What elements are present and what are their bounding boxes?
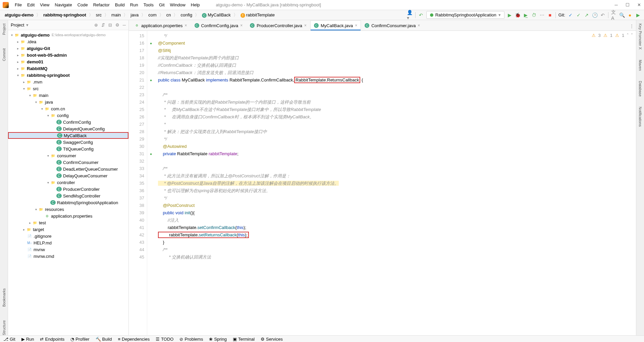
tool-dependencies[interactable]: ≡ Dependencies: [118, 337, 150, 342]
tree-root[interactable]: ▾📁atguigu-demoE:\idea-workspace\atguigu-…: [8, 32, 128, 38]
tree-ttl[interactable]: CTtlQueueConfig: [8, 146, 128, 152]
expand-all-icon[interactable]: ⇵: [101, 22, 105, 27]
menu-run[interactable]: Run: [127, 1, 141, 9]
run-config-selector[interactable]: RabbitmqSpringbootApplication ▾: [426, 11, 504, 19]
bc-com[interactable]: com: [147, 12, 158, 18]
close-tab-icon[interactable]: ×: [418, 23, 420, 28]
tree-java[interactable]: ▾📁java: [8, 99, 128, 105]
tree-delayed[interactable]: CDelayedQueueConfig: [8, 125, 128, 132]
bc-cn[interactable]: cn: [165, 12, 172, 18]
tree-producer[interactable]: CProducerController: [8, 186, 128, 192]
tree-appprops[interactable]: ⚙application.properties: [8, 213, 128, 219]
code-content[interactable]: */ @Component @Slf4j //实现的是RabbitTemplat…: [155, 31, 636, 335]
coverage-icon[interactable]: ▶̲: [523, 12, 529, 18]
tree-mvnw[interactable]: 📄mvnw: [8, 246, 128, 253]
tree-confirmconsumer[interactable]: CConfirmConsumer: [8, 159, 128, 166]
translate-icon[interactable]: 文A: [611, 12, 616, 18]
tree-mvn[interactable]: ▸📁.mvn: [8, 78, 128, 85]
menu-window[interactable]: Window: [167, 1, 188, 9]
bc-src[interactable]: src: [95, 12, 103, 18]
tree-rabbitmq[interactable]: ▸📁RabbitMQ: [8, 65, 128, 72]
tab-mycallback[interactable]: CMyCallBack.java×: [310, 20, 361, 31]
tool-terminal[interactable]: ▣ Terminal: [233, 337, 255, 342]
tool-build[interactable]: 🔨 Build: [96, 337, 112, 342]
tree-mycallback[interactable]: CMyCallBack: [8, 132, 128, 139]
tool-spring[interactable]: ❀ Spring: [209, 337, 227, 342]
menu-git[interactable]: Git: [156, 1, 167, 9]
tree-consumer[interactable]: ▾📁consumer: [8, 152, 128, 159]
tree-sendmsg[interactable]: CSendMsgController: [8, 192, 128, 199]
tool-maven[interactable]: Maven: [638, 60, 642, 71]
tree-confirmconfig[interactable]: CConfirmConfig: [8, 119, 128, 125]
git-update-icon[interactable]: ✓: [568, 12, 573, 18]
collapse-all-icon[interactable]: ⊟: [108, 22, 112, 27]
tree-help[interactable]: M↓HELP.md: [8, 239, 128, 246]
menu-file[interactable]: File: [12, 1, 24, 9]
git-commit-icon[interactable]: ✓: [576, 12, 581, 18]
menu-build[interactable]: Build: [112, 1, 127, 9]
tree-src[interactable]: ▾📁src: [8, 85, 128, 92]
more-run-icon[interactable]: ⋯: [539, 12, 545, 18]
tool-todo[interactable]: ☰ TODO: [156, 337, 173, 342]
tab-producer[interactable]: CProducerController.java×: [246, 20, 310, 31]
tree-config[interactable]: ▾📁config: [8, 112, 128, 119]
tab-appprops[interactable]: ⚙application.properties×: [131, 20, 191, 31]
tree-delayconsumer[interactable]: CDelayQueueConsumer: [8, 172, 128, 179]
tree-main[interactable]: ▾📁main: [8, 92, 128, 99]
minimize-icon[interactable]: ─: [614, 3, 619, 7]
menu-view[interactable]: View: [37, 1, 52, 9]
tree-resources[interactable]: ▾📁resources: [8, 206, 128, 213]
close-tab-icon[interactable]: ×: [240, 23, 243, 28]
debug-icon[interactable]: 🐞: [515, 12, 521, 18]
tab-confirmconfig[interactable]: CConfirmConfig.java×: [191, 20, 247, 31]
bc-class[interactable]: CMyCallBack: [201, 12, 232, 18]
stop-icon[interactable]: ■: [547, 12, 553, 18]
code-area[interactable]: ⚠3 ⚠1 ⚠1 ˆ ˇ 151617181920212223242526272…: [129, 31, 636, 335]
tool-project[interactable]: Project: [2, 23, 6, 35]
tool-endpoints[interactable]: ⇄ Endpoints: [40, 337, 64, 342]
bc-field[interactable]: frabbitTemplate: [239, 12, 276, 18]
project-tree[interactable]: ▾📁atguigu-demoE:\idea-workspace\atguigu-…: [8, 30, 128, 335]
tree-demo01[interactable]: ▸📁demo01: [8, 58, 128, 65]
tree-test[interactable]: ▸📁test: [8, 219, 128, 226]
tab-confirmconsumer[interactable]: CConfirmConsumer.java×: [361, 20, 424, 31]
tool-notifications[interactable]: Notifications: [638, 107, 642, 127]
tree-controller[interactable]: ▾📁controller: [8, 179, 128, 186]
bc-main[interactable]: main: [110, 12, 122, 18]
tool-commit[interactable]: Commit: [2, 48, 6, 61]
git-push-icon[interactable]: ↗: [584, 12, 589, 18]
menu-edit[interactable]: Edit: [24, 1, 37, 9]
tree-comcn[interactable]: ▾📁com.cn: [8, 105, 128, 112]
bc-java[interactable]: java: [129, 12, 140, 18]
tool-profiler[interactable]: ◔ Profiler: [70, 337, 89, 342]
users-icon[interactable]: 👤▾: [407, 12, 413, 18]
close-tab-icon[interactable]: ×: [355, 23, 357, 28]
maximize-icon[interactable]: ☐: [625, 3, 630, 7]
tree-mvnwcmd[interactable]: 📄mvnw.cmd: [8, 253, 128, 260]
bc-root[interactable]: atguigu-demo: [3, 12, 35, 18]
search-icon[interactable]: 🔍: [619, 12, 625, 18]
bc-module[interactable]: rabbitmq-springboot: [42, 12, 88, 18]
tool-structure[interactable]: Structure: [2, 320, 6, 335]
profile-icon[interactable]: ⏱: [531, 12, 537, 18]
tool-git[interactable]: ⎇ Git: [3, 337, 15, 342]
tab-actions-icon[interactable]: ⋮: [628, 21, 636, 31]
tree-deadletter[interactable]: CDeadLetterQueueConsumer: [8, 166, 128, 172]
menu-navigate[interactable]: Navigate: [52, 1, 74, 9]
git-history-icon[interactable]: 🕑: [592, 12, 597, 18]
git-rollback-icon[interactable]: ↶: [600, 12, 605, 18]
run-icon[interactable]: ▶: [507, 12, 513, 18]
tool-bookmarks[interactable]: Bookmarks: [2, 288, 6, 307]
select-opened-icon[interactable]: ⊕: [94, 22, 98, 27]
menu-code[interactable]: Code: [75, 1, 91, 9]
tree-idea[interactable]: ▸📁.idea: [8, 38, 128, 45]
tree-rabbitmqsb[interactable]: ▾📁rabbitmq-springboot: [8, 72, 128, 78]
tree-gitignore[interactable]: 📄.gitignore: [8, 233, 128, 239]
menu-refactor[interactable]: Refactor: [91, 1, 112, 9]
tool-run[interactable]: ▶ Run: [21, 337, 34, 342]
tree-target[interactable]: ▸📁target: [8, 226, 128, 233]
tree-app[interactable]: CRabbitmqSpringbootApplication: [8, 199, 128, 206]
menu-help[interactable]: Help: [188, 1, 203, 9]
back-icon[interactable]: ↶: [418, 12, 424, 18]
tool-keypromoter[interactable]: Key Promoter X: [638, 23, 642, 50]
